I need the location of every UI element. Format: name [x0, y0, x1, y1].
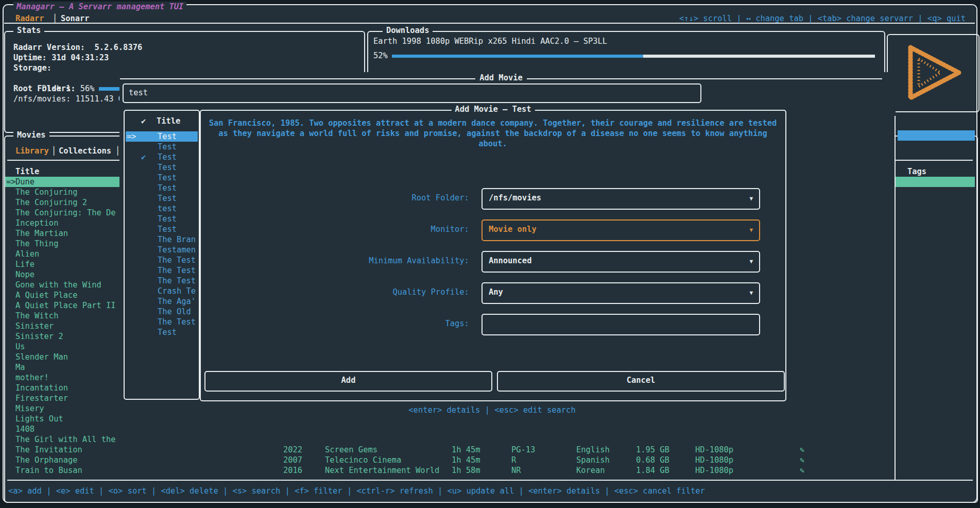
check-icon: ✔: [141, 152, 146, 162]
search-result-title: Test: [158, 183, 177, 193]
search-result-row[interactable]: Test: [126, 224, 198, 234]
search-result-row[interactable]: The Test: [126, 317, 198, 327]
chevron-down-icon: ▼: [749, 227, 753, 233]
tab-sonarr[interactable]: Sonarr: [61, 13, 90, 24]
app-title: Managarr – A Servarr management TUI: [13, 2, 186, 12]
form-field-label: Minimum Availability:: [201, 256, 474, 266]
results-selected-row-fragment: [898, 130, 975, 141]
search-result-row[interactable]: Test: [126, 162, 198, 173]
form-field-label: Monitor:: [201, 224, 474, 234]
results-check-header: ✔: [141, 116, 146, 126]
movie-title-cell: The Witch: [15, 311, 123, 321]
search-result-row[interactable]: Testamen: [126, 245, 198, 255]
download-progress-fill: [392, 55, 643, 58]
movie-title-cell: The Martian: [15, 228, 123, 239]
add-button[interactable]: Add: [204, 371, 492, 392]
add-movie-modal: Add Movie – Test San Francisco, 1985. Tw…: [200, 110, 786, 401]
movie-quality-cell: HD-1080p: [695, 465, 733, 476]
movie-title-cell: 1408: [15, 424, 123, 434]
movies-tags-header: Tags: [907, 166, 926, 177]
cancel-button[interactable]: Cancel: [497, 371, 785, 392]
search-result-row[interactable]: Test: [126, 327, 198, 337]
search-result-title: The Test: [158, 276, 196, 286]
movie-rating-cell: NR: [511, 465, 521, 476]
movie-title-cell: Misery: [15, 403, 123, 414]
bottom-keybind-hints: <a> add | <e> edit | <o> sort | <del> de…: [8, 486, 705, 496]
movie-size-cell: 0.68 GB: [636, 455, 669, 465]
form-field-dropdown[interactable]: /nfs/movies▼: [482, 188, 760, 210]
movie-runtime-cell: 1h 45m: [452, 445, 480, 455]
stats-panel-title: Stats: [13, 26, 44, 35]
movie-title-cell: Firestarter: [15, 393, 123, 403]
download-percent-label: 52%: [373, 50, 388, 61]
stats-uptime: Uptime: 31d 04:31:23: [13, 53, 109, 63]
search-result-row[interactable]: The Test: [126, 265, 198, 276]
selection-arrow-icon: =>: [127, 131, 136, 142]
download-progress-gauge: [392, 55, 875, 58]
movie-language-cell: Korean: [576, 465, 605, 476]
search-result-row[interactable]: Test: [126, 142, 198, 152]
downloads-panel: Downloads Earth 1998 1080p WEBRip x265 H…: [367, 31, 885, 76]
search-result-title: Test: [158, 131, 177, 142]
search-result-row[interactable]: The Test: [126, 276, 198, 286]
form-field-dropdown[interactable]: Announced▼: [482, 251, 760, 273]
pencil-icon: ✎: [800, 455, 804, 465]
search-result-row[interactable]: The Aga': [126, 296, 198, 307]
movies-title-header: Title: [15, 166, 39, 177]
search-result-title: The Test: [158, 255, 196, 265]
search-result-title: The Aga': [158, 296, 196, 307]
search-result-row[interactable]: The Test: [126, 255, 198, 265]
form-field-label: Tags:: [201, 318, 474, 329]
search-result-title: The Test: [158, 317, 196, 327]
search-result-row[interactable]: =>Test: [126, 131, 198, 142]
form-field-dropdown[interactable]: Movie only▼: [482, 219, 760, 241]
search-result-row[interactable]: Test: [126, 193, 198, 204]
movie-row[interactable]: The Invitation2022Screen Gems1h 45mPG-13…: [5, 445, 975, 455]
movie-row[interactable]: The Orphanage2007Telecinco Cinema1h 45mR…: [5, 455, 975, 465]
movie-year-cell: 2022: [283, 445, 302, 455]
movie-language-cell: English: [576, 445, 610, 455]
stats-disk-usage: Disk 1: 56%: [13, 73, 129, 83]
movie-title-cell: A Quiet Place: [15, 290, 123, 300]
search-result-row[interactable]: The Bran: [126, 234, 198, 245]
chevron-down-icon: ▼: [749, 195, 753, 202]
popup-keybind-hints: <enter> details | <esc> edit search: [200, 405, 784, 415]
search-result-row[interactable]: test: [126, 204, 198, 214]
search-result-title: Test: [158, 173, 177, 183]
movie-year-cell: 2016: [283, 465, 302, 476]
movie-studio-cell: Next Entertainment World: [325, 465, 439, 476]
search-result-row[interactable]: Crash Te: [126, 286, 198, 296]
form-field-label: Root Folder:: [201, 193, 474, 203]
movie-row[interactable]: Train to Busan2016Next Entertainment Wor…: [5, 465, 975, 476]
search-result-title: The Bran: [158, 234, 196, 245]
movie-title-cell: The Conjuring 2: [15, 197, 123, 208]
search-result-row[interactable]: Test: [126, 173, 198, 183]
search-result-title: Test: [158, 162, 177, 173]
add-movie-modal-title: Add Movie – Test: [451, 105, 535, 114]
movies-panel-title: Movies: [13, 130, 49, 140]
tab-library[interactable]: Library: [15, 146, 49, 156]
movie-quality-cell: HD-1080p: [695, 445, 733, 455]
pencil-icon: ✎: [800, 445, 804, 455]
movie-title-cell: The Invitation: [15, 445, 123, 455]
form-field-input[interactable]: [482, 314, 760, 335]
search-result-title: Test: [158, 193, 177, 204]
movie-title-cell: Us: [15, 342, 123, 352]
search-result-row[interactable]: The Old: [126, 307, 198, 317]
form-field-dropdown[interactable]: Any▼: [482, 282, 760, 304]
search-result-row[interactable]: Test: [126, 183, 198, 193]
movie-title-cell: Slender Man: [15, 352, 123, 362]
search-input[interactable]: test: [123, 83, 701, 103]
tab-radarr[interactable]: Radarr: [15, 13, 44, 24]
movie-title-cell: The Conjuring: [15, 187, 123, 197]
movie-runtime-cell: 1h 45m: [452, 455, 480, 465]
movie-title-cell: Alien: [15, 249, 123, 259]
search-result-row[interactable]: ✔Test: [126, 152, 198, 162]
tab-collections[interactable]: Collections: [59, 146, 111, 156]
movie-title-cell: Train to Busan: [15, 465, 123, 476]
tab-separator: │: [53, 13, 57, 24]
movie-title-cell: Ma: [15, 362, 123, 372]
movie-title-cell: Inception: [15, 218, 123, 228]
search-result-row[interactable]: Test: [126, 214, 198, 224]
form-field-value: /nfs/movies: [489, 193, 541, 203]
